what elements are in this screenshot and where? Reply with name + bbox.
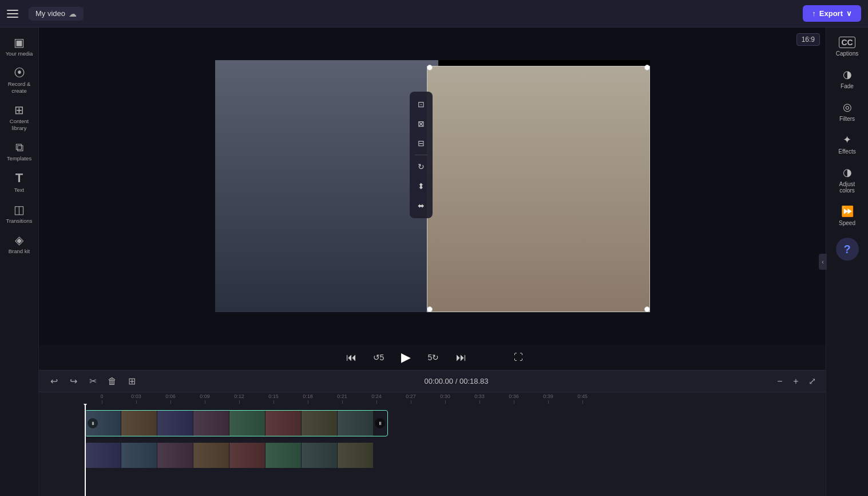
sidebar-label-text: Text [14, 187, 24, 193]
skip-back-icon: ⏮ [346, 352, 356, 364]
rewind-5s-button[interactable]: ↺5 [370, 348, 388, 367]
resize-handle-top-left[interactable] [427, 65, 433, 70]
clip-2-thumb-2 [121, 443, 157, 468]
aspect-ratio-badge[interactable]: 16:9 [796, 33, 820, 46]
aspect-ratio-value: 16:9 [802, 36, 815, 44]
undo-button[interactable]: ↩ [46, 373, 62, 389]
forward-icon: 5↻ [428, 353, 439, 362]
flip-vertical-button[interactable]: ⬍ [412, 177, 430, 195]
play-button[interactable]: ▶ [397, 348, 415, 367]
preview-canvas[interactable]: ⊡ ⊠ ⊟ ↻ ⬍ ⬌ [215, 60, 650, 312]
time-display: 00:00.00 / 00:18.83 [143, 377, 770, 385]
sidebar-item-brand-kit[interactable]: ◈ Brand kit [2, 230, 37, 259]
track-2-clip[interactable] [85, 442, 388, 469]
resize-handle-bottom-right[interactable] [644, 306, 650, 312]
crop-button[interactable]: ⊠ [412, 115, 430, 133]
sidebar-item-templates[interactable]: ⧉ Templates [2, 137, 37, 166]
delete-icon: 🗑 [108, 376, 117, 387]
timeline-toolbar: ↩ ↪ ✂ 🗑 ⊞ 00:00.00 / 00:18.83 [39, 371, 826, 392]
ruler-mark-9: 0:09 [188, 393, 222, 404]
ruler-mark-0: 0 [85, 393, 119, 404]
topbar: My video ☁ ↑ Export ∨ [0, 0, 868, 27]
skip-to-end-button[interactable]: ⏭ [452, 348, 470, 367]
track-1-clip[interactable]: ⏸ ⏸ [85, 410, 388, 436]
menu-button[interactable] [7, 6, 23, 22]
ruler-mark-18: 0:18 [291, 393, 325, 404]
track-2 [39, 440, 826, 470]
main-area: ▣ Your media ⦿ Record & create ⊞ Content… [0, 27, 868, 496]
captions-icon: CC [839, 37, 855, 48]
clip-end-button[interactable]: ⏸ [375, 418, 385, 428]
sidebar-item-captions[interactable]: CC Captions [829, 32, 866, 61]
clip-2-thumb-3 [157, 443, 193, 468]
zoom-in-button[interactable]: + [789, 375, 803, 388]
help-button[interactable]: ? [836, 238, 859, 261]
ruler-mark-45: 0:45 [565, 393, 600, 404]
ruler-mark-6: 0:06 [153, 393, 188, 404]
playhead[interactable] [85, 404, 86, 496]
sidebar-item-record-create[interactable]: ⦿ Record & create [2, 62, 37, 99]
project-title: My video [35, 9, 65, 18]
timeline-area: ↩ ↪ ✂ 🗑 ⊞ 00:00.00 / 00:18.83 [39, 370, 826, 496]
video-clip-right[interactable] [427, 66, 650, 312]
fullscreen-icon: ⛶ [514, 352, 523, 362]
skip-to-start-button[interactable]: ⏮ [342, 348, 360, 367]
redo-button[interactable]: ↪ [65, 373, 81, 389]
delete-button[interactable]: 🗑 [104, 373, 120, 389]
clip-thumb-4 [193, 411, 229, 436]
ruler-mark-33: 0:33 [462, 393, 497, 404]
ruler-mark-12: 0:12 [222, 393, 256, 404]
fit-to-frame-button[interactable]: ⊡ [412, 95, 430, 113]
fullscreen-button[interactable]: ⛶ [514, 352, 523, 363]
sidebar-item-transitions[interactable]: ◫ Transitions [2, 199, 37, 229]
cut-button[interactable]: ✂ [85, 373, 101, 389]
skip-fwd-icon: ⏭ [456, 352, 466, 364]
clip-thumb-3 [157, 411, 193, 436]
sidebar-item-filters[interactable]: ◎ Filters [829, 96, 866, 127]
speed-label: Speed [839, 220, 855, 226]
effects-label: Effects [838, 148, 855, 155]
expand-timeline-button[interactable]: ⤢ [805, 375, 819, 388]
sidebar-item-content-library[interactable]: ⊞ Content library [2, 100, 37, 136]
resize-handle-bottom-left[interactable] [427, 306, 433, 312]
sidebar-item-fade[interactable]: ◑ Fade [829, 64, 866, 94]
captions-label: Captions [836, 50, 858, 57]
sidebar-item-adjust-colors[interactable]: ◑ Adjust colors [829, 162, 866, 198]
sidebar-item-your-media[interactable]: ▣ Your media [2, 32, 37, 61]
resize-button[interactable]: ⊟ [412, 134, 430, 152]
track-1-label [39, 408, 84, 438]
ruler-mark-3: 0:03 [119, 393, 153, 404]
collapse-sidebar-button[interactable]: ‹ [819, 254, 827, 270]
ruler-mark-15: 0:15 [256, 393, 291, 404]
more-options-button[interactable]: ⊞ [124, 373, 140, 389]
playback-controls: ⏮ ↺5 ▶ 5↻ ⏭ ⛶ [39, 345, 826, 370]
right-sidebar: ‹ CC Captions ◑ Fade ◎ Filters ✦ Effects… [826, 27, 868, 496]
clip-pause-button[interactable]: ⏸ [88, 418, 98, 428]
templates-icon: ⧉ [15, 141, 23, 153]
clip-thumb-5 [229, 411, 265, 436]
total-time: 00:18.83 [459, 377, 489, 385]
clip-thumb-7 [302, 411, 337, 436]
flip-horizontal-button[interactable]: ⬌ [412, 196, 430, 215]
ruler-mark-24: 0:24 [359, 393, 394, 404]
clip-2-thumb-6 [265, 443, 301, 468]
project-title-tab[interactable]: My video ☁ [29, 7, 84, 21]
ruler-mark-30: 0:30 [428, 393, 462, 404]
ruler-marks-container: 0 0:03 0:06 0:09 0:12 0:15 0:18 0:21 0:2… [85, 393, 600, 404]
left-sidebar: ▣ Your media ⦿ Record & create ⊞ Content… [0, 27, 39, 496]
sidebar-item-speed[interactable]: ⏩ Speed [829, 200, 866, 231]
sidebar-label-transitions: Transitions [6, 218, 32, 224]
export-button[interactable]: ↑ Export ∨ [803, 5, 861, 22]
more-icon: ⊞ [128, 376, 136, 387]
resize-handle-top-right[interactable] [644, 65, 650, 70]
sidebar-item-effects[interactable]: ✦ Effects [829, 129, 866, 159]
zoom-out-button[interactable]: − [773, 375, 787, 388]
effects-icon: ✦ [843, 133, 851, 146]
sidebar-item-text[interactable]: T Text [2, 167, 37, 198]
adjust-colors-icon: ◑ [843, 166, 852, 179]
zoom-out-icon: − [777, 376, 782, 387]
rotate-button[interactable]: ↻ [412, 158, 430, 176]
zoom-in-icon: + [793, 376, 798, 387]
filters-icon: ◎ [843, 101, 852, 113]
forward-5s-button[interactable]: 5↻ [425, 348, 443, 367]
